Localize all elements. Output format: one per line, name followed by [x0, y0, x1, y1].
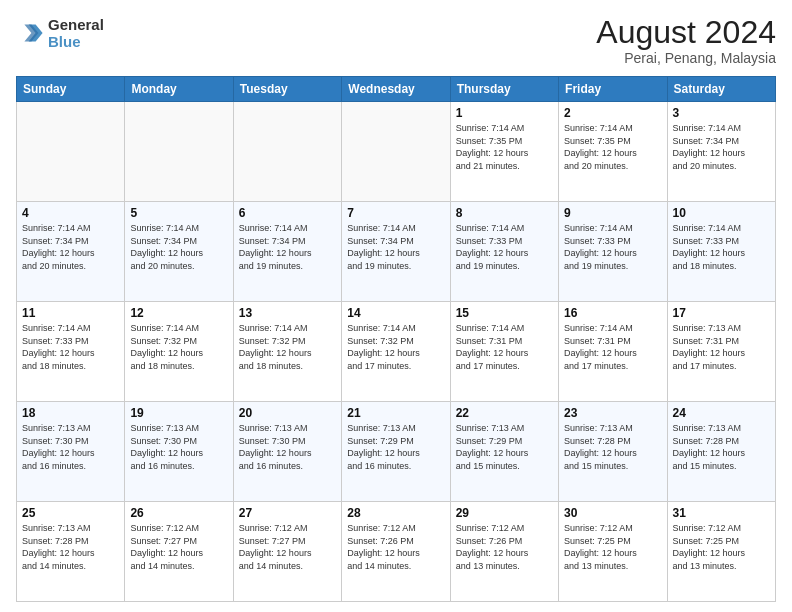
day-info: Sunrise: 7:14 AM Sunset: 7:34 PM Dayligh…	[130, 222, 227, 272]
day-number: 28	[347, 506, 444, 520]
day-number: 20	[239, 406, 336, 420]
day-number: 10	[673, 206, 770, 220]
day-info: Sunrise: 7:14 AM Sunset: 7:35 PM Dayligh…	[564, 122, 661, 172]
day-info: Sunrise: 7:14 AM Sunset: 7:34 PM Dayligh…	[347, 222, 444, 272]
calendar-cell: 1Sunrise: 7:14 AM Sunset: 7:35 PM Daylig…	[450, 102, 558, 202]
day-info: Sunrise: 7:12 AM Sunset: 7:26 PM Dayligh…	[347, 522, 444, 572]
page: General Blue August 2024 Perai, Penang, …	[0, 0, 792, 612]
day-number: 15	[456, 306, 553, 320]
calendar-day-header: Saturday	[667, 77, 775, 102]
calendar-cell: 18Sunrise: 7:13 AM Sunset: 7:30 PM Dayli…	[17, 402, 125, 502]
day-number: 6	[239, 206, 336, 220]
calendar-cell: 7Sunrise: 7:14 AM Sunset: 7:34 PM Daylig…	[342, 202, 450, 302]
day-info: Sunrise: 7:13 AM Sunset: 7:28 PM Dayligh…	[22, 522, 119, 572]
title-block: August 2024 Perai, Penang, Malaysia	[596, 16, 776, 66]
calendar-day-header: Monday	[125, 77, 233, 102]
day-number: 26	[130, 506, 227, 520]
day-number: 31	[673, 506, 770, 520]
logo: General Blue	[16, 16, 104, 50]
calendar-day-header: Sunday	[17, 77, 125, 102]
day-info: Sunrise: 7:12 AM Sunset: 7:26 PM Dayligh…	[456, 522, 553, 572]
calendar-week-row: 18Sunrise: 7:13 AM Sunset: 7:30 PM Dayli…	[17, 402, 776, 502]
day-number: 17	[673, 306, 770, 320]
calendar-week-row: 1Sunrise: 7:14 AM Sunset: 7:35 PM Daylig…	[17, 102, 776, 202]
calendar-cell: 15Sunrise: 7:14 AM Sunset: 7:31 PM Dayli…	[450, 302, 558, 402]
calendar-cell: 26Sunrise: 7:12 AM Sunset: 7:27 PM Dayli…	[125, 502, 233, 602]
calendar-cell	[233, 102, 341, 202]
day-info: Sunrise: 7:13 AM Sunset: 7:30 PM Dayligh…	[130, 422, 227, 472]
day-number: 11	[22, 306, 119, 320]
calendar-cell	[342, 102, 450, 202]
location: Perai, Penang, Malaysia	[596, 50, 776, 66]
day-info: Sunrise: 7:14 AM Sunset: 7:33 PM Dayligh…	[22, 322, 119, 372]
calendar-cell: 13Sunrise: 7:14 AM Sunset: 7:32 PM Dayli…	[233, 302, 341, 402]
calendar-week-row: 4Sunrise: 7:14 AM Sunset: 7:34 PM Daylig…	[17, 202, 776, 302]
day-info: Sunrise: 7:13 AM Sunset: 7:29 PM Dayligh…	[456, 422, 553, 472]
calendar-cell: 14Sunrise: 7:14 AM Sunset: 7:32 PM Dayli…	[342, 302, 450, 402]
day-number: 1	[456, 106, 553, 120]
calendar-cell	[17, 102, 125, 202]
day-info: Sunrise: 7:14 AM Sunset: 7:31 PM Dayligh…	[456, 322, 553, 372]
header: General Blue August 2024 Perai, Penang, …	[16, 16, 776, 66]
calendar-cell: 27Sunrise: 7:12 AM Sunset: 7:27 PM Dayli…	[233, 502, 341, 602]
calendar-cell: 5Sunrise: 7:14 AM Sunset: 7:34 PM Daylig…	[125, 202, 233, 302]
day-info: Sunrise: 7:13 AM Sunset: 7:28 PM Dayligh…	[673, 422, 770, 472]
calendar-day-header: Friday	[559, 77, 667, 102]
calendar-day-header: Thursday	[450, 77, 558, 102]
logo-text: General Blue	[48, 16, 104, 50]
day-number: 25	[22, 506, 119, 520]
calendar-cell: 22Sunrise: 7:13 AM Sunset: 7:29 PM Dayli…	[450, 402, 558, 502]
day-number: 7	[347, 206, 444, 220]
day-info: Sunrise: 7:13 AM Sunset: 7:29 PM Dayligh…	[347, 422, 444, 472]
logo-icon	[16, 19, 44, 47]
calendar-cell: 3Sunrise: 7:14 AM Sunset: 7:34 PM Daylig…	[667, 102, 775, 202]
calendar-cell: 4Sunrise: 7:14 AM Sunset: 7:34 PM Daylig…	[17, 202, 125, 302]
calendar-cell: 31Sunrise: 7:12 AM Sunset: 7:25 PM Dayli…	[667, 502, 775, 602]
day-number: 4	[22, 206, 119, 220]
calendar-cell: 21Sunrise: 7:13 AM Sunset: 7:29 PM Dayli…	[342, 402, 450, 502]
day-number: 27	[239, 506, 336, 520]
calendar-cell: 24Sunrise: 7:13 AM Sunset: 7:28 PM Dayli…	[667, 402, 775, 502]
calendar-cell: 2Sunrise: 7:14 AM Sunset: 7:35 PM Daylig…	[559, 102, 667, 202]
calendar-cell: 28Sunrise: 7:12 AM Sunset: 7:26 PM Dayli…	[342, 502, 450, 602]
calendar-cell: 29Sunrise: 7:12 AM Sunset: 7:26 PM Dayli…	[450, 502, 558, 602]
calendar-cell: 30Sunrise: 7:12 AM Sunset: 7:25 PM Dayli…	[559, 502, 667, 602]
calendar-day-header: Tuesday	[233, 77, 341, 102]
day-number: 24	[673, 406, 770, 420]
calendar-cell	[125, 102, 233, 202]
day-number: 30	[564, 506, 661, 520]
day-info: Sunrise: 7:13 AM Sunset: 7:30 PM Dayligh…	[22, 422, 119, 472]
calendar-cell: 12Sunrise: 7:14 AM Sunset: 7:32 PM Dayli…	[125, 302, 233, 402]
month-year: August 2024	[596, 16, 776, 48]
day-number: 8	[456, 206, 553, 220]
day-info: Sunrise: 7:12 AM Sunset: 7:25 PM Dayligh…	[564, 522, 661, 572]
calendar-header-row: SundayMondayTuesdayWednesdayThursdayFrid…	[17, 77, 776, 102]
calendar-cell: 11Sunrise: 7:14 AM Sunset: 7:33 PM Dayli…	[17, 302, 125, 402]
day-number: 3	[673, 106, 770, 120]
day-info: Sunrise: 7:13 AM Sunset: 7:30 PM Dayligh…	[239, 422, 336, 472]
day-info: Sunrise: 7:14 AM Sunset: 7:32 PM Dayligh…	[347, 322, 444, 372]
day-number: 12	[130, 306, 227, 320]
calendar-week-row: 11Sunrise: 7:14 AM Sunset: 7:33 PM Dayli…	[17, 302, 776, 402]
day-number: 21	[347, 406, 444, 420]
day-number: 13	[239, 306, 336, 320]
day-info: Sunrise: 7:14 AM Sunset: 7:32 PM Dayligh…	[130, 322, 227, 372]
calendar-cell: 10Sunrise: 7:14 AM Sunset: 7:33 PM Dayli…	[667, 202, 775, 302]
day-number: 22	[456, 406, 553, 420]
calendar-cell: 9Sunrise: 7:14 AM Sunset: 7:33 PM Daylig…	[559, 202, 667, 302]
day-info: Sunrise: 7:14 AM Sunset: 7:34 PM Dayligh…	[22, 222, 119, 272]
calendar-cell: 16Sunrise: 7:14 AM Sunset: 7:31 PM Dayli…	[559, 302, 667, 402]
day-info: Sunrise: 7:13 AM Sunset: 7:28 PM Dayligh…	[564, 422, 661, 472]
day-number: 9	[564, 206, 661, 220]
day-info: Sunrise: 7:14 AM Sunset: 7:35 PM Dayligh…	[456, 122, 553, 172]
calendar-table: SundayMondayTuesdayWednesdayThursdayFrid…	[16, 76, 776, 602]
calendar-week-row: 25Sunrise: 7:13 AM Sunset: 7:28 PM Dayli…	[17, 502, 776, 602]
day-info: Sunrise: 7:12 AM Sunset: 7:25 PM Dayligh…	[673, 522, 770, 572]
day-info: Sunrise: 7:12 AM Sunset: 7:27 PM Dayligh…	[130, 522, 227, 572]
day-number: 2	[564, 106, 661, 120]
day-info: Sunrise: 7:14 AM Sunset: 7:34 PM Dayligh…	[673, 122, 770, 172]
day-info: Sunrise: 7:12 AM Sunset: 7:27 PM Dayligh…	[239, 522, 336, 572]
calendar-cell: 6Sunrise: 7:14 AM Sunset: 7:34 PM Daylig…	[233, 202, 341, 302]
day-number: 14	[347, 306, 444, 320]
calendar-cell: 8Sunrise: 7:14 AM Sunset: 7:33 PM Daylig…	[450, 202, 558, 302]
